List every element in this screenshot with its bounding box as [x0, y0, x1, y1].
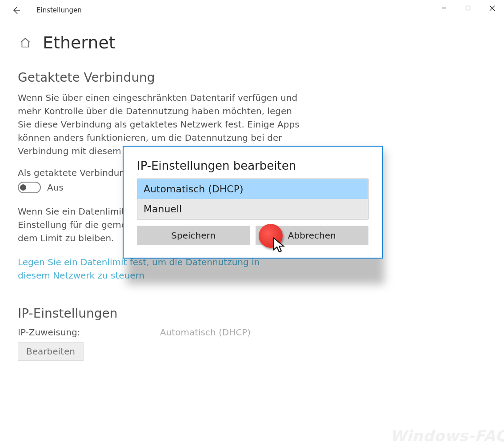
close-button[interactable] [480, 0, 504, 16]
cursor-icon [273, 237, 287, 255]
watermark: Windows-FAQ [390, 427, 504, 442]
ip-assignment-row: IP-Zuweisung: Automatisch (DHCP) [18, 327, 486, 338]
dialog-title: IP-Einstellungen bearbeiten [137, 159, 368, 172]
back-button[interactable] [9, 3, 24, 18]
ip-settings-heading: IP-Einstellungen [18, 306, 486, 321]
dropdown-option-manual[interactable]: Manuell [137, 199, 368, 219]
maximize-button[interactable] [456, 0, 480, 16]
metered-toggle-state: Aus [47, 182, 64, 193]
page-title: Ethernet [43, 33, 116, 52]
ip-edit-dialog: IP-Einstellungen bearbeiten Automatisch … [123, 146, 383, 259]
ip-mode-dropdown[interactable]: Automatisch (DHCP) Manuell [137, 179, 368, 219]
ip-assignment-value: Automatisch (DHCP) [160, 327, 251, 338]
dialog-buttons: Speichern Abbrechen [137, 226, 368, 245]
dropdown-option-auto[interactable]: Automatisch (DHCP) [137, 179, 368, 199]
ip-assignment-label: IP-Zuweisung: [18, 327, 160, 338]
page-header: Ethernet [18, 33, 486, 52]
ip-edit-button[interactable]: Bearbeiten [18, 342, 84, 361]
home-icon[interactable] [18, 35, 33, 50]
window-controls [432, 0, 504, 16]
metered-toggle[interactable] [18, 182, 41, 193]
toggle-knob [20, 184, 26, 191]
svg-rect-2 [466, 6, 470, 10]
titlebar: Einstellungen [0, 0, 504, 20]
metered-heading: Getaktete Verbindung [18, 70, 486, 85]
minimize-button[interactable] [432, 0, 456, 16]
save-button[interactable]: Speichern [137, 226, 250, 245]
app-title: Einstellungen [36, 6, 82, 14]
